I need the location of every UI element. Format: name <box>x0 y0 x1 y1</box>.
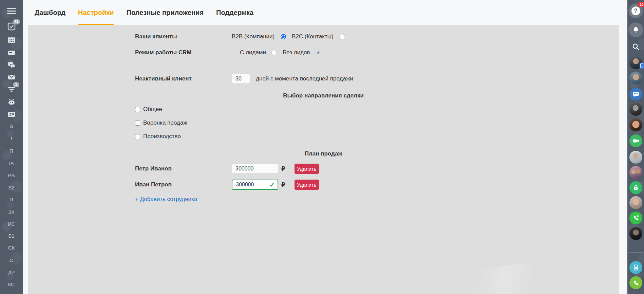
avatar <box>629 103 642 116</box>
sidebar-item-tasks[interactable]: 81 <box>0 22 23 31</box>
chat-contact[interactable] <box>627 227 644 240</box>
sidebar-item-letter[interactable]: ЗК <box>0 209 23 216</box>
avatar <box>629 72 642 85</box>
sidebar-item-letter[interactable]: S2 <box>0 184 23 191</box>
production-checkbox-label: Производство <box>143 133 181 140</box>
sales-funnel-checkbox-label: Воронка продаж <box>143 120 187 126</box>
tab-bar: Дашборд Настройки Полезные приложения По… <box>35 0 253 25</box>
chat-contact[interactable] <box>627 166 644 179</box>
plan-amount-input[interactable] <box>232 164 278 174</box>
sidebar-item-calendar[interactable] <box>0 35 23 44</box>
chat-contact[interactable] <box>627 72 644 85</box>
sidebar-item-letter[interactable]: Б1 <box>0 233 23 239</box>
sidebar-item-letter[interactable]: IS <box>0 160 23 167</box>
without-leads-radio[interactable] <box>316 50 321 55</box>
chat-contact[interactable] <box>627 118 644 131</box>
video-call-icon <box>629 134 642 147</box>
tab-useful-apps[interactable]: Полезные приложения <box>127 0 204 25</box>
inactive-client-suffix: дней с момента последней продажи <box>256 74 353 84</box>
chat-contact[interactable] <box>627 151 644 164</box>
phone-waves-icon <box>629 212 642 224</box>
sidebar-item-letter[interactable]: СК <box>0 244 23 251</box>
sidebar-item-letter[interactable]: КС <box>0 281 23 288</box>
mobile-cloud-icon <box>629 261 642 274</box>
with-leads-radio[interactable] <box>271 50 277 55</box>
sidebar-item-letter[interactable]: П <box>0 196 23 203</box>
b2b-radio[interactable] <box>281 34 286 39</box>
deal-direction-option: Общее <box>135 106 162 113</box>
mobile-cloud-button[interactable] <box>627 261 644 274</box>
notifications-button[interactable] <box>627 22 644 37</box>
video-call-button[interactable] <box>627 134 644 147</box>
sidebar-item-letter[interactable]: П <box>0 148 23 154</box>
avatar <box>629 118 642 131</box>
drive-icon <box>7 49 16 57</box>
sidebar-item-letter[interactable]: T <box>0 135 23 142</box>
crm-mode-without-leads[interactable]: Без лидов <box>283 48 321 58</box>
sales-funnel-checkbox[interactable] <box>135 121 140 126</box>
tab-support[interactable]: Поддержка <box>216 0 253 25</box>
delete-employee-button[interactable]: Удалить <box>295 164 319 174</box>
add-employee-link[interactable]: + Добавить сотрудника <box>135 194 197 204</box>
b2c-radio[interactable] <box>340 34 345 39</box>
general-checkbox[interactable] <box>135 107 140 112</box>
help-icon: ? <box>631 6 640 15</box>
bell-icon <box>632 26 640 34</box>
secure-chat-button[interactable] <box>627 181 644 194</box>
tab-settings[interactable]: Настройки <box>78 0 114 25</box>
production-checkbox[interactable] <box>135 134 140 139</box>
sidebar-item-letter[interactable]: S <box>0 123 23 130</box>
deal-direction-option: Производство <box>135 133 181 140</box>
inactive-client-label: Неактивный клиент <box>135 74 192 84</box>
background-watermark <box>393 254 606 294</box>
inactive-days-input[interactable] <box>232 74 250 84</box>
crm-mode-with-leads[interactable]: С лидами <box>240 48 277 58</box>
phone-icon <box>629 276 642 289</box>
settings-panel: Ваши клиенты B2B (Компании) B2C (Контакт… <box>28 25 619 294</box>
group-chat-button[interactable] <box>627 88 644 100</box>
avatar <box>629 151 642 164</box>
crm-badge: 1 <box>13 82 19 87</box>
b2b-option-label: B2B (Компании) <box>232 32 274 42</box>
deal-direction-option: Воронка продаж <box>135 120 187 126</box>
sidebar-item-messenger[interactable] <box>0 60 23 70</box>
sidebar-item-letter[interactable]: ДР <box>0 269 23 276</box>
with-leads-label: С лидами <box>240 48 266 58</box>
mail-icon <box>7 73 16 81</box>
b2c-option-label: B2C (Контакты) <box>292 32 334 42</box>
group-chat-icon <box>629 88 642 100</box>
without-leads-label: Без лидов <box>283 48 310 58</box>
chat-icon <box>7 61 16 69</box>
contact-card-icon <box>7 110 16 118</box>
search-icon <box>632 43 640 51</box>
search-button[interactable] <box>627 43 644 51</box>
crm-mode-label: Режим работы CRM <box>135 48 192 58</box>
avatar <box>629 196 642 209</box>
sidebar-item-letter[interactable]: PS <box>0 172 23 179</box>
rail-divider <box>629 252 643 253</box>
tab-dashboard[interactable]: Дашборд <box>35 0 65 25</box>
clients-option-b2c[interactable]: B2C (Контакты) <box>292 32 345 42</box>
delete-employee-button[interactable]: Удалить <box>295 180 319 190</box>
valid-check-icon: ✓ <box>269 180 275 190</box>
call-app-button[interactable] <box>627 212 644 224</box>
help-button[interactable]: ? 10 <box>627 3 644 18</box>
sidebar-item-letter[interactable]: ИС <box>0 221 23 227</box>
right-sidebar: ? 10 <box>627 0 644 294</box>
sidebar-item-letter[interactable]: С <box>0 257 23 264</box>
clients-option-b2b[interactable]: B2B (Компании) <box>232 32 286 42</box>
chat-contact[interactable] <box>627 196 644 209</box>
chat-contact[interactable] <box>627 56 644 69</box>
telephony-button[interactable] <box>627 276 644 289</box>
bot-icon <box>7 98 16 106</box>
general-checkbox-label: Общее <box>143 106 162 113</box>
chat-contact[interactable] <box>627 103 644 116</box>
sidebar-item-bot[interactable] <box>0 97 23 107</box>
calendar-icon <box>7 36 16 44</box>
mobile-app-badge-icon <box>640 63 644 69</box>
sidebar-item-contacts[interactable] <box>0 110 23 119</box>
sidebar-item-mail[interactable] <box>0 72 23 82</box>
sidebar-menu-button[interactable] <box>0 6 23 16</box>
sidebar-item-crm[interactable]: 1 <box>0 85 23 94</box>
sidebar-item-drive[interactable] <box>0 48 23 57</box>
